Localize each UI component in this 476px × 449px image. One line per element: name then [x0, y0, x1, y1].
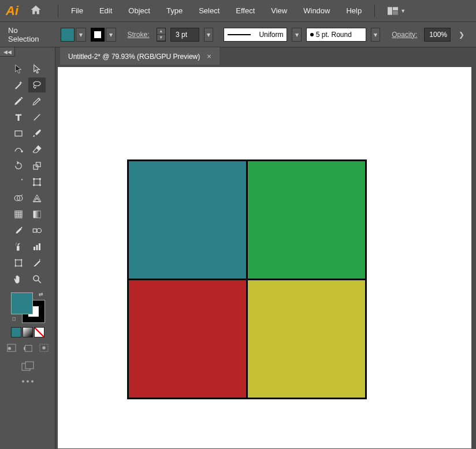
separator: [58, 5, 58, 17]
profile-line-icon: [228, 34, 251, 35]
control-more-icon[interactable]: ❯: [455, 31, 468, 39]
canvas-area[interactable]: [55, 65, 476, 449]
profile-label: Uniform: [259, 31, 283, 39]
color-mode-solid[interactable]: [11, 327, 21, 337]
draw-inside-icon[interactable]: [38, 342, 50, 354]
square-bottom-left[interactable]: [127, 279, 248, 399]
menu-view[interactable]: View: [267, 4, 291, 17]
line-segment-tool[interactable]: [28, 110, 46, 125]
menu-effect[interactable]: Effect: [232, 4, 258, 17]
svg-rect-26: [17, 246, 20, 251]
square-top-right[interactable]: [246, 159, 367, 280]
fill-dropdown[interactable]: ▾: [76, 28, 86, 42]
fill-color-box[interactable]: [11, 292, 33, 314]
svg-rect-40: [25, 362, 34, 369]
column-graph-tool[interactable]: [28, 239, 46, 254]
gradient-tool[interactable]: [28, 207, 46, 222]
svg-point-12: [33, 184, 34, 185]
type-tool[interactable]: [10, 110, 27, 125]
menu-type[interactable]: Type: [163, 4, 186, 17]
edit-toolbar-icon[interactable]: [22, 380, 34, 383]
menu-bar: Ai File Edit Object Type Select Effect V…: [0, 0, 476, 22]
draw-behind-icon[interactable]: [21, 342, 34, 354]
fill-color-swatch[interactable]: [61, 28, 75, 42]
square-top-left[interactable]: [127, 159, 248, 280]
brush-dropdown[interactable]: ▾: [371, 28, 380, 42]
profile-dropdown[interactable]: ▾: [292, 28, 301, 42]
svg-rect-28: [36, 245, 38, 250]
menu-object[interactable]: Object: [125, 4, 154, 17]
opacity-label[interactable]: Opacity:: [392, 31, 417, 39]
eraser-tool[interactable]: [28, 142, 46, 157]
hand-tool[interactable]: [10, 272, 27, 287]
pen-tool[interactable]: [10, 94, 27, 109]
variable-width-profile[interactable]: Uniform: [224, 28, 287, 42]
fill-stroke-indicator[interactable]: ⇄ ◻: [11, 292, 44, 322]
svg-point-10: [33, 179, 34, 180]
eyedropper-tool[interactable]: [10, 223, 27, 238]
four-squares-artwork[interactable]: [127, 159, 369, 401]
stroke-weight-stepper[interactable]: ▲▼: [157, 28, 166, 42]
close-icon[interactable]: ×: [207, 52, 211, 61]
zoom-tool[interactable]: [28, 272, 46, 287]
stroke-dropdown[interactable]: ▾: [106, 28, 116, 42]
brush-dot-icon: [310, 33, 314, 36]
stroke-weight-dropdown[interactable]: ▾: [204, 28, 213, 42]
scale-tool[interactable]: [28, 158, 46, 173]
color-mode-gradient[interactable]: [23, 327, 33, 337]
panel-collapse-icon[interactable]: ◀◀: [0, 47, 15, 57]
magic-wand-tool[interactable]: [10, 77, 27, 92]
mesh-tool[interactable]: [10, 207, 27, 222]
menu-edit[interactable]: Edit: [96, 4, 116, 17]
curvature-tool[interactable]: [28, 94, 46, 109]
svg-rect-0: [388, 7, 392, 15]
default-fill-stroke-icon[interactable]: ◻: [12, 316, 16, 321]
separator: [374, 5, 375, 17]
blend-tool[interactable]: [28, 223, 46, 238]
tab-title: Untitled-2* @ 79.93% (RGB/GPU Preview): [68, 53, 200, 61]
square-bottom-right[interactable]: [246, 279, 367, 399]
stroke-swatch-group[interactable]: ▾: [91, 28, 116, 42]
svg-rect-36: [25, 346, 32, 352]
slice-tool[interactable]: [28, 255, 46, 270]
document-area: Untitled-2* @ 79.93% (RGB/GPU Preview) ×: [55, 47, 476, 449]
rectangle-tool[interactable]: [10, 126, 27, 141]
home-icon[interactable]: [30, 4, 42, 18]
svg-point-25: [37, 228, 42, 233]
svg-rect-5: [15, 131, 22, 136]
swap-fill-stroke-icon[interactable]: ⇄: [39, 291, 43, 297]
stroke-color-swatch[interactable]: [91, 28, 105, 42]
document-tab[interactable]: Untitled-2* @ 79.93% (RGB/GPU Preview) ×: [60, 47, 220, 65]
menu-help[interactable]: Help: [343, 4, 365, 17]
svg-rect-27: [34, 247, 35, 250]
selection-status: No Selection: [8, 26, 47, 43]
artboard[interactable]: [58, 67, 471, 448]
lasso-tool[interactable]: [28, 77, 46, 92]
selection-tool[interactable]: [10, 61, 27, 76]
menu-file[interactable]: File: [68, 4, 87, 17]
direct-selection-tool[interactable]: [28, 61, 46, 76]
width-tool[interactable]: [10, 175, 27, 190]
svg-point-38: [42, 346, 45, 349]
menu-select[interactable]: Select: [195, 4, 223, 17]
perspective-grid-tool[interactable]: [28, 191, 46, 206]
symbol-sprayer-tool[interactable]: [10, 239, 27, 254]
color-mode-none[interactable]: [34, 327, 44, 337]
opacity-input[interactable]: 100%: [424, 28, 451, 42]
svg-point-6: [21, 151, 22, 152]
draw-normal-icon[interactable]: [5, 342, 18, 354]
shaper-tool[interactable]: [10, 142, 27, 157]
rotate-tool[interactable]: [10, 158, 27, 173]
stroke-weight-input[interactable]: 3 pt: [170, 28, 199, 42]
stroke-label[interactable]: Stroke:: [128, 31, 150, 39]
brush-definition[interactable]: 5 pt. Round: [306, 28, 366, 42]
shape-builder-tool[interactable]: [10, 191, 27, 206]
svg-point-13: [39, 184, 40, 185]
free-transform-tool[interactable]: [28, 175, 46, 190]
menu-window[interactable]: Window: [300, 4, 333, 17]
fill-swatch-group[interactable]: ▾: [61, 28, 86, 42]
artboard-tool[interactable]: [10, 255, 27, 270]
screen-mode-icon[interactable]: [19, 359, 36, 373]
workspace-switcher[interactable]: ▼: [388, 7, 406, 15]
paintbrush-tool[interactable]: [28, 126, 46, 141]
